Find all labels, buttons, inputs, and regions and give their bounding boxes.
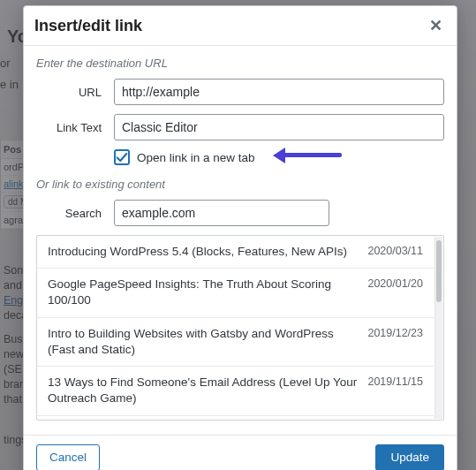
cancel-button[interactable]: Cancel: [36, 444, 100, 470]
search-result-item[interactable]: Intro to Building Websites with Gatsby a…: [37, 318, 434, 367]
existing-content-section-label: Or link to existing content: [36, 178, 444, 191]
search-result-item[interactable]: Introducing WordPress 5.4 (Blocks, Featu…: [37, 236, 434, 269]
url-label: URL: [36, 86, 114, 99]
search-result-item[interactable]: Google PageSpeed Insights: The Truth Abo…: [37, 269, 434, 317]
search-result-item[interactable]: What's New in WordPress 5.3 (New Blocks,…: [37, 416, 434, 421]
scrollbar-thumb[interactable]: [436, 240, 442, 302]
results-scrollbar[interactable]: [434, 237, 442, 419]
url-input[interactable]: [114, 79, 444, 105]
insert-link-dialog: Insert/edit link ✕ Enter the destination…: [23, 5, 457, 470]
dialog-title: Insert/edit link: [34, 17, 142, 35]
link-text-label: Link Text: [36, 121, 114, 134]
search-result-item[interactable]: 13 Ways to Find Someone's Email Address …: [37, 367, 434, 415]
check-icon: [116, 151, 128, 163]
annotation-arrow: [283, 153, 342, 157]
open-new-tab-checkbox[interactable]: [114, 149, 130, 165]
search-label: Search: [36, 207, 114, 220]
search-input[interactable]: [114, 200, 329, 226]
update-button[interactable]: Update: [375, 444, 444, 470]
link-text-input[interactable]: [114, 114, 444, 140]
close-icon[interactable]: ✕: [426, 16, 446, 35]
search-results-list: Introducing WordPress 5.4 (Blocks, Featu…: [36, 235, 444, 421]
destination-section-label: Enter the destination URL: [36, 57, 444, 70]
open-new-tab-label: Open link in a new tab: [137, 151, 255, 164]
